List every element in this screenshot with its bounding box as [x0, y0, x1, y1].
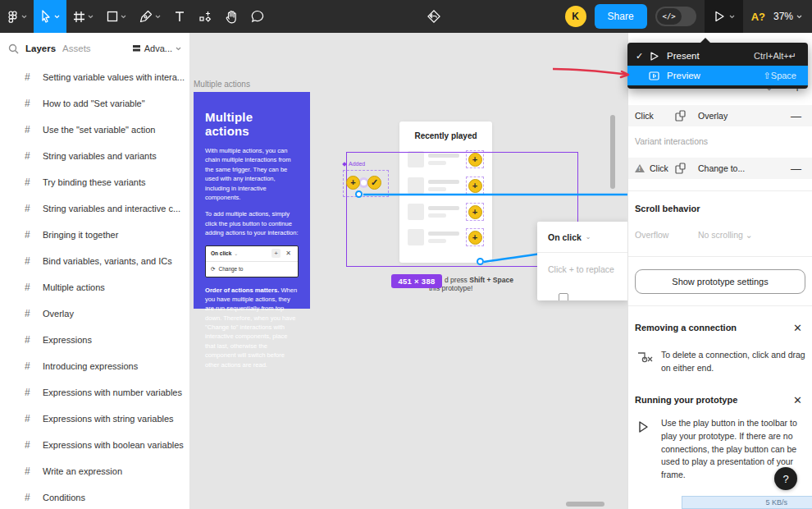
interaction-trigger: Click [650, 163, 668, 173]
sidebar-page-item-label: Introducing expressions [43, 361, 138, 371]
present-button-group[interactable] [705, 0, 743, 33]
zoom-level-control[interactable]: 37% [773, 11, 805, 22]
actions-tool-button[interactable] [192, 0, 218, 33]
warning-icon [635, 164, 645, 172]
sidebar-page-item[interactable]: # Expressions with string variables [0, 406, 189, 432]
recently-played-title: Recently played [399, 122, 492, 140]
pen-tool-button[interactable] [133, 0, 167, 33]
destination-checkbox-icon[interactable] [559, 293, 568, 300]
menu-item-label: Present [667, 51, 754, 61]
divider [628, 256, 812, 257]
frame-hash-icon: # [25, 98, 34, 109]
tab-assets[interactable]: Assets [62, 44, 91, 53]
shape-tool-button[interactable] [100, 0, 133, 33]
chevron-down-icon[interactable] [729, 15, 735, 19]
sidebar-page-item[interactable]: # Introducing expressions [0, 353, 189, 379]
figma-app: Multiple actions Multiple actions With m… [0, 0, 812, 509]
frame-tool-button[interactable] [66, 0, 100, 33]
replace-action-placeholder[interactable]: Click + to replace [537, 253, 629, 274]
connection-start-node[interactable] [477, 258, 484, 265]
sidebar-page-item-label: Use the "set variable" action [43, 125, 155, 135]
sidebar-page-item-label: String variables and interactive c... [43, 204, 180, 213]
main-toolbar: K Share </> A? 37% [0, 0, 812, 33]
text-tool-button[interactable] [167, 0, 192, 33]
comment-tool-button[interactable] [244, 0, 271, 33]
diamond-arrow-icon[interactable] [425, 7, 443, 25]
search-icon[interactable] [8, 44, 19, 54]
chevron-down-icon [176, 47, 181, 51]
doc-panel: Multiple actions With multiple actions, … [194, 92, 310, 309]
share-button[interactable]: Share [595, 4, 647, 29]
frame-hash-icon: # [25, 492, 34, 503]
horizontal-scrollbar[interactable] [566, 502, 604, 507]
cursor-icon [40, 10, 52, 23]
interaction-popup: On click ⌄ Click + to replace [537, 222, 629, 300]
network-speed-bar: 5 KB/s [682, 496, 812, 509]
prototype-hint-line1: d press Shift + Space [445, 276, 513, 284]
chevron-down-icon: ⌄ [586, 233, 591, 241]
library-icon [132, 44, 141, 53]
sidebar-page-item[interactable]: # Expressions with number variables [0, 379, 189, 406]
chevron-down-icon [796, 15, 802, 19]
remove-interaction-button[interactable]: — [791, 163, 801, 175]
page-selector[interactable]: Adva... [132, 44, 181, 53]
interaction-action: Change to... [698, 163, 745, 173]
interaction-row[interactable]: Click Change to... — [628, 158, 812, 179]
sidebar-page-item[interactable]: # Use the "set variable" action [0, 117, 189, 143]
menu-item-present[interactable]: ✓ Present Ctrl+Alt+↵ [627, 46, 808, 66]
sidebar-page-item[interactable]: # Expressions [0, 327, 189, 353]
sidebar-page-item[interactable]: # Setting variable values with intera... [0, 64, 189, 90]
sidebar-page-item-label: Write an expression [43, 466, 122, 476]
zoom-level-value: 37% [773, 11, 793, 22]
sidebar-page-item[interactable]: # Bringing it together [0, 222, 189, 248]
overflow-select[interactable]: No scrolling ⌄ [698, 230, 753, 240]
help-button[interactable]: ? [774, 467, 797, 490]
vertical-scrollbar[interactable] [610, 115, 615, 189]
sidebar-page-item[interactable]: # Overlay [0, 300, 189, 327]
frame-hash-icon: # [25, 255, 34, 267]
close-icon[interactable]: ✕ [793, 394, 802, 406]
remove-interaction-button[interactable]: — [791, 110, 801, 122]
interaction-row[interactable]: Click Overlay — [628, 105, 812, 126]
tab-layers[interactable]: Layers [25, 44, 56, 53]
sidebar-page-item[interactable]: # Bind variables, variants, and ICs [0, 248, 189, 274]
spellcheck-badge[interactable]: A? [751, 11, 765, 23]
sidebar-page-item[interactable]: # Multiple actions [0, 274, 189, 300]
present-dropdown-menu: ✓ Present Ctrl+Alt+↵ Preview ⇧Space [627, 43, 808, 89]
show-prototype-settings-button[interactable]: Show prototype settings [635, 269, 805, 294]
sidebar-page-item-label: String variables and variants [43, 151, 157, 161]
sidebar-page-item-label: Try binding these variants [43, 177, 146, 187]
avatar[interactable]: K [565, 6, 586, 27]
sidebar-page-item[interactable]: # Conditions [0, 484, 189, 509]
frame-hash-icon: # [25, 124, 34, 135]
menu-item-preview[interactable]: Preview ⇧Space [627, 66, 808, 85]
connection-start-node[interactable] [355, 190, 363, 198]
dev-mode-toggle[interactable]: </> [655, 7, 696, 26]
chevron-down-icon [155, 15, 161, 19]
sidebar-page-item[interactable]: # String variables and interactive c... [0, 195, 189, 222]
play-icon [649, 51, 659, 62]
check-action-button[interactable]: ✓ [367, 176, 381, 190]
interaction-trigger-select[interactable]: On click [548, 232, 582, 242]
plus-icon: + [271, 249, 281, 258]
tip-title: Running your prototype [635, 395, 737, 405]
frame-label[interactable]: Multiple actions [194, 80, 250, 89]
sidebar-page-item[interactable]: # String variables and variants [0, 143, 189, 169]
plus-action-button[interactable]: + [346, 176, 360, 190]
sidebar-page-item[interactable]: # Write an expression [0, 458, 189, 484]
frame-hash-icon: # [25, 465, 34, 477]
sidebar-page-item[interactable]: # Expressions with boolean variables [0, 432, 189, 458]
move-tool-button[interactable] [34, 0, 66, 33]
menu-caret [700, 38, 711, 44]
frame-hash-icon: # [25, 203, 34, 214]
sidebar-page-item[interactable]: # How to add "Set variable" [0, 90, 189, 117]
hand-tool-button[interactable] [218, 0, 244, 33]
close-icon[interactable]: ✕ [793, 322, 802, 334]
frame-hash-icon: # [25, 387, 34, 398]
doc-paragraph-3: Order of actions matters. When you have … [205, 286, 299, 370]
tip-title: Removing a connection [635, 323, 737, 332]
figma-menu-button[interactable] [0, 0, 34, 33]
sidebar-page-item[interactable]: # Try binding these variants [0, 169, 189, 195]
sidebar-page-item-label: Expressions with boolean variables [43, 440, 184, 450]
rectangle-icon [107, 11, 118, 22]
